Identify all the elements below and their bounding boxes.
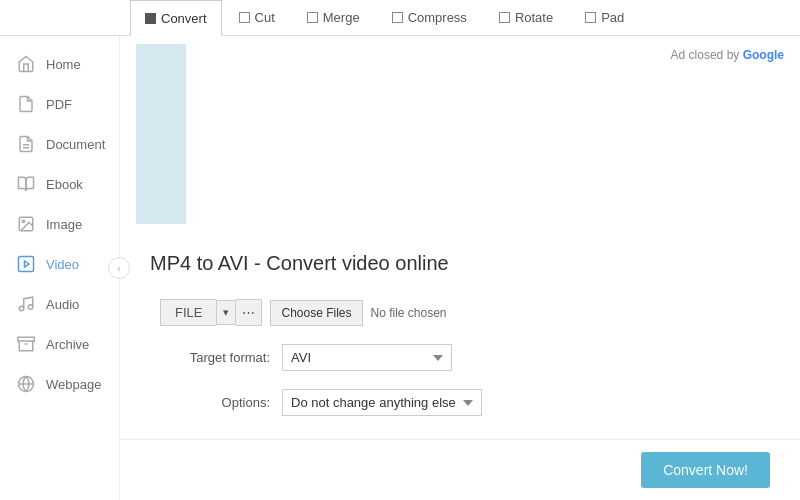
sidebar-item-video[interactable]: Video bbox=[0, 244, 119, 284]
sidebar-item-document[interactable]: Document bbox=[0, 124, 119, 164]
sidebar-label-video: Video bbox=[46, 257, 79, 272]
tab-convert[interactable]: Convert bbox=[130, 0, 222, 36]
options-label: Options: bbox=[160, 395, 270, 410]
tab-merge-label: Merge bbox=[323, 10, 360, 25]
svg-point-7 bbox=[28, 305, 33, 310]
options-select[interactable]: Do not change anything else Custom setti… bbox=[282, 389, 482, 416]
google-label: Google bbox=[743, 48, 784, 62]
ebook-icon bbox=[16, 174, 36, 194]
sidebar-collapse-button[interactable]: ‹ bbox=[108, 257, 130, 279]
target-format-row: Target format: AVI MP4 MOV MKV WMV FLV bbox=[160, 344, 770, 371]
pdf-icon bbox=[16, 94, 36, 114]
ad-banner bbox=[136, 44, 186, 224]
home-icon bbox=[16, 54, 36, 74]
svg-point-6 bbox=[19, 306, 24, 311]
top-nav: Convert Cut Merge Compress Rotate Pad bbox=[0, 0, 800, 36]
sidebar-label-image: Image bbox=[46, 217, 82, 232]
sidebar-item-audio[interactable]: Audio bbox=[0, 284, 119, 324]
archive-icon bbox=[16, 334, 36, 354]
document-icon bbox=[16, 134, 36, 154]
image-icon bbox=[16, 214, 36, 234]
form-section: FILE ▾ ⋯ Choose Files No file chosen Tar… bbox=[160, 299, 770, 416]
tab-merge[interactable]: Merge bbox=[292, 0, 375, 36]
sidebar-label-ebook: Ebook bbox=[46, 177, 83, 192]
tab-convert-label: Convert bbox=[161, 11, 207, 26]
file-dropdown-arrow[interactable]: ▾ bbox=[216, 300, 236, 325]
svg-rect-8 bbox=[18, 337, 35, 341]
merge-tab-icon bbox=[307, 12, 318, 23]
options-row: Options: Do not change anything else Cus… bbox=[160, 389, 770, 416]
page-title: MP4 to AVI - Convert video online bbox=[150, 252, 770, 275]
choose-files-button[interactable]: Choose Files bbox=[270, 300, 362, 326]
sidebar: Home PDF Document Ebook bbox=[0, 36, 120, 500]
bottom-bar: Convert Now! bbox=[120, 439, 800, 500]
ad-right-space bbox=[202, 44, 655, 224]
sidebar-item-ebook[interactable]: Ebook bbox=[0, 164, 119, 204]
tab-compress-label: Compress bbox=[408, 10, 467, 25]
target-format-label: Target format: bbox=[160, 350, 270, 365]
sidebar-label-pdf: PDF bbox=[46, 97, 72, 112]
no-file-text: No file chosen bbox=[371, 306, 447, 320]
cut-tab-icon bbox=[239, 12, 250, 23]
audio-icon bbox=[16, 294, 36, 314]
ad-area: Ad closed by Google bbox=[120, 36, 800, 232]
sidebar-item-webpage[interactable]: Webpage bbox=[0, 364, 119, 404]
video-icon bbox=[16, 254, 36, 274]
sidebar-label-audio: Audio bbox=[46, 297, 79, 312]
rotate-tab-icon bbox=[499, 12, 510, 23]
sidebar-label-home: Home bbox=[46, 57, 81, 72]
sidebar-item-home[interactable]: Home bbox=[0, 44, 119, 84]
content-area: Ad closed by Google MP4 to AVI - Convert… bbox=[120, 36, 800, 500]
file-button[interactable]: FILE bbox=[160, 299, 216, 326]
sidebar-label-document: Document bbox=[46, 137, 105, 152]
tab-rotate[interactable]: Rotate bbox=[484, 0, 568, 36]
tab-rotate-label: Rotate bbox=[515, 10, 553, 25]
ad-closed-label: Ad closed by bbox=[671, 48, 740, 62]
file-more-button[interactable]: ⋯ bbox=[236, 299, 262, 326]
page-content: MP4 to AVI - Convert video online FILE ▾… bbox=[120, 232, 800, 439]
svg-rect-4 bbox=[19, 257, 34, 272]
sidebar-item-pdf[interactable]: PDF bbox=[0, 84, 119, 124]
pad-tab-icon bbox=[585, 12, 596, 23]
tab-cut-label: Cut bbox=[255, 10, 275, 25]
sidebar-item-image[interactable]: Image bbox=[0, 204, 119, 244]
sidebar-label-archive: Archive bbox=[46, 337, 89, 352]
main-layout: Home PDF Document Ebook bbox=[0, 36, 800, 500]
tab-compress[interactable]: Compress bbox=[377, 0, 482, 36]
file-row: FILE ▾ ⋯ Choose Files No file chosen bbox=[160, 299, 770, 326]
tab-cut[interactable]: Cut bbox=[224, 0, 290, 36]
ad-closed-text: Ad closed by Google bbox=[671, 44, 784, 62]
svg-point-3 bbox=[22, 220, 24, 222]
sidebar-item-archive[interactable]: Archive bbox=[0, 324, 119, 364]
target-format-select[interactable]: AVI MP4 MOV MKV WMV FLV bbox=[282, 344, 452, 371]
webpage-icon bbox=[16, 374, 36, 394]
convert-tab-icon bbox=[145, 13, 156, 24]
tab-pad-label: Pad bbox=[601, 10, 624, 25]
convert-now-button[interactable]: Convert Now! bbox=[641, 452, 770, 488]
file-btn-group: FILE ▾ ⋯ bbox=[160, 299, 262, 326]
sidebar-label-webpage: Webpage bbox=[46, 377, 101, 392]
tab-pad[interactable]: Pad bbox=[570, 0, 639, 36]
svg-marker-5 bbox=[25, 261, 30, 267]
compress-tab-icon bbox=[392, 12, 403, 23]
